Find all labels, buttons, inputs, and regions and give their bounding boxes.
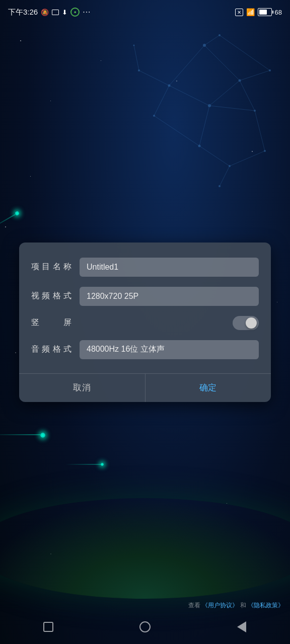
video-format-input[interactable] <box>80 287 259 306</box>
screen-icon <box>52 10 59 15</box>
back-icon <box>237 621 246 632</box>
project-name-input[interactable] <box>80 258 259 277</box>
nav-bar <box>0 614 290 644</box>
more-icon: ··· <box>83 8 91 17</box>
home-icon <box>139 621 151 632</box>
video-format-label: 视频格式 <box>31 291 71 301</box>
dialog-content: 项目名称 视频格式 竖屏 音频格式 <box>19 243 271 369</box>
footer-text: 查看 <box>188 602 200 609</box>
portrait-toggle[interactable] <box>233 316 259 330</box>
download-icon: ⬇ <box>62 9 67 16</box>
audio-format-row: 音频格式 <box>31 335 259 364</box>
user-agreement-link[interactable]: 《用户协议》 <box>202 602 238 609</box>
status-bar: 下午3:26 🔕 ⬇ ● ··· ✕ 📶 68 <box>0 0 290 24</box>
cancel-button[interactable]: 取消 <box>19 374 145 402</box>
footer-links: 查看 《用户协议》 和 《隐私政策》 <box>188 601 284 610</box>
signal-icon: 🔕 <box>41 9 49 16</box>
battery-level: 68 <box>275 9 282 16</box>
recent-apps-button[interactable] <box>36 615 60 639</box>
project-name-row: 项目名称 <box>31 253 259 282</box>
toggle-thumb <box>246 317 257 329</box>
project-name-label: 项目名称 <box>31 262 71 272</box>
status-right: ✕ 📶 68 <box>235 8 282 16</box>
battery-icon <box>258 8 272 16</box>
dialog-overlay: 项目名称 视频格式 竖屏 音频格式 <box>0 0 290 644</box>
video-format-row: 视频格式 <box>31 282 259 311</box>
privacy-policy-link[interactable]: 《隐私政策》 <box>248 602 284 609</box>
app-icon: ● <box>70 8 80 17</box>
footer-and: 和 <box>240 602 246 609</box>
home-button[interactable] <box>133 615 157 639</box>
audio-format-input[interactable] <box>80 340 259 359</box>
status-left: 下午3:26 🔕 ⬇ ● ··· <box>8 8 91 17</box>
confirm-button[interactable]: 确定 <box>145 374 271 402</box>
recent-apps-icon <box>43 622 53 632</box>
portrait-row: 竖屏 <box>31 311 259 335</box>
wifi-icon: 📶 <box>246 8 255 16</box>
back-button[interactable] <box>230 615 254 639</box>
time: 下午3:26 <box>8 8 38 17</box>
portrait-label: 竖屏 <box>31 317 71 328</box>
dialog-actions: 取消 确定 <box>19 374 271 402</box>
vpn-icon: ✕ <box>235 9 243 16</box>
audio-format-label: 音频格式 <box>31 344 71 355</box>
new-project-dialog: 项目名称 视频格式 竖屏 音频格式 <box>19 243 271 402</box>
